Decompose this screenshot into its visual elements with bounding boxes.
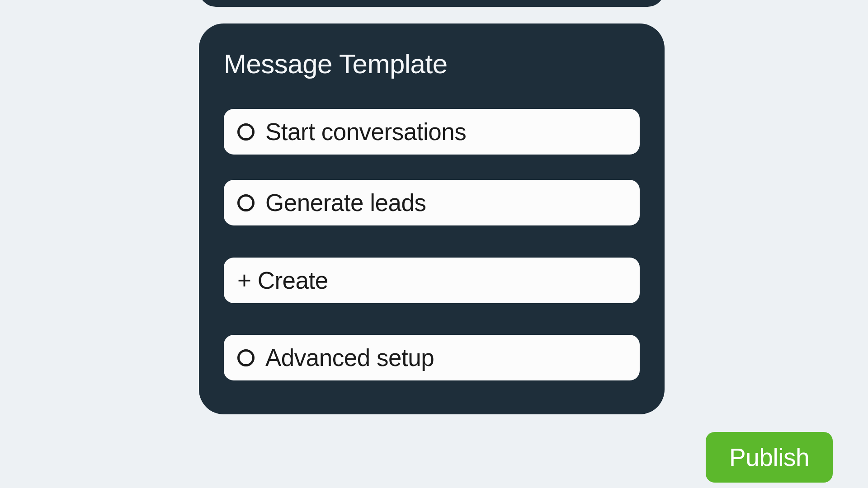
create-button[interactable]: + Create: [224, 258, 640, 303]
radio-icon: [237, 349, 255, 366]
template-options: Start conversations Generate leads + Cre…: [224, 109, 640, 380]
previous-card-edge: [199, 0, 665, 7]
option-advanced-setup[interactable]: Advanced setup: [224, 335, 640, 380]
message-template-card: Message Template Start conversations Gen…: [199, 23, 665, 414]
option-label: Start conversations: [265, 118, 466, 145]
option-generate-leads[interactable]: Generate leads: [224, 180, 640, 225]
publish-button[interactable]: Publish: [706, 432, 833, 483]
create-button-label: + Create: [237, 267, 328, 294]
radio-icon: [237, 194, 255, 211]
card-title: Message Template: [224, 48, 640, 80]
radio-icon: [237, 123, 255, 141]
option-label: Generate leads: [265, 189, 426, 216]
option-start-conversations[interactable]: Start conversations: [224, 109, 640, 155]
option-label: Advanced setup: [265, 344, 434, 371]
